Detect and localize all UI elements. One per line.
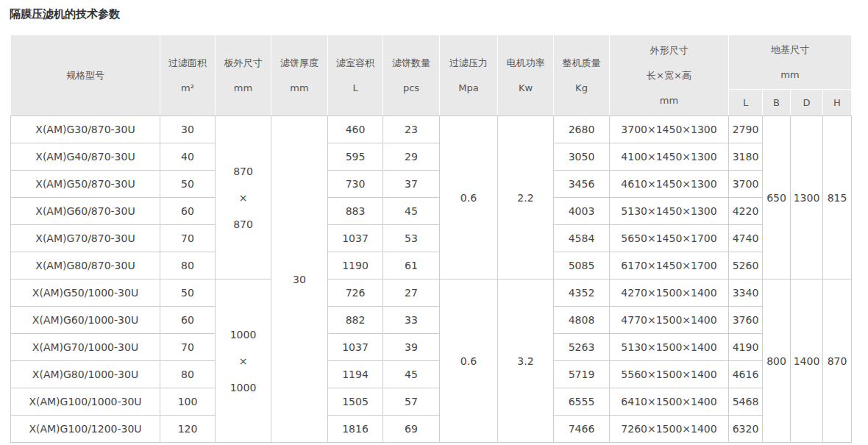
- volume-cell: 595: [328, 143, 383, 171]
- cake-count-cell: 53: [383, 225, 440, 252]
- foundation-h-cell: 815: [823, 116, 852, 280]
- col-header-chamber-volume: 滤室容积 L: [328, 35, 383, 116]
- area-cell: 50: [160, 171, 216, 198]
- cake-count-cell: 29: [383, 143, 440, 171]
- weight-cell: 2680: [554, 116, 610, 143]
- table-row: X(AM)G60/1000-30U 60 882 33 4808 4770×15…: [11, 307, 852, 334]
- col-header-foundation: 地基尺寸 mm: [729, 35, 852, 90]
- table-row: X(AM)G80/1000-30U 80 1194 45 5719 5560×1…: [11, 361, 852, 388]
- area-cell: 70: [160, 225, 216, 252]
- table-row: X(AM)G80/870-30U 80 1190 61 5085 6170×14…: [11, 252, 852, 280]
- cake-count-cell: 37: [383, 171, 440, 198]
- cake-count-cell: 45: [383, 198, 440, 225]
- weight-cell: 5085: [554, 252, 610, 280]
- size-cell: 5130×1500×1400: [610, 334, 729, 361]
- model-cell: X(AM)G80/1000-30U: [11, 361, 160, 388]
- table-row: X(AM)G50/1000-30U 50 1000 × 1000 726 27 …: [11, 280, 852, 307]
- size-cell: 4770×1500×1400: [610, 307, 729, 334]
- area-cell: 60: [160, 307, 216, 334]
- col-header-filter-area: 过滤面积 m²: [160, 35, 216, 116]
- col-header-machine-weight: 整机质量 Kg: [554, 35, 610, 116]
- model-cell: X(AM)G80/870-30U: [11, 252, 160, 280]
- pressure-cell: 0.6: [440, 280, 498, 443]
- size-cell: 5650×1450×1700: [610, 225, 729, 252]
- table-row: X(AM)G50/870-30U 50 730 37 3456 4610×145…: [11, 171, 852, 198]
- volume-cell: 883: [328, 198, 383, 225]
- size-cell: 6170×1450×1700: [610, 252, 729, 280]
- spec-table: 规格型号 过滤面积 m² 板外尺寸 mm 滤饼厚度 mm 滤室容积 L 滤饼数量…: [10, 35, 852, 443]
- model-cell: X(AM)G60/870-30U: [11, 198, 160, 225]
- area-cell: 50: [160, 280, 216, 307]
- model-cell: X(AM)G30/870-30U: [11, 116, 160, 143]
- foundation-d-cell: 1400: [791, 280, 823, 443]
- size-cell: 4610×1450×1300: [610, 171, 729, 198]
- weight-cell: 3050: [554, 143, 610, 171]
- cake-count-cell: 23: [383, 116, 440, 143]
- power-cell: 3.2: [498, 280, 554, 443]
- table-row: X(AM)G70/1000-30U 70 1037 39 5263 5130×1…: [11, 334, 852, 361]
- foundation-l-cell: 3340: [729, 280, 763, 307]
- foundation-l-cell: 3700: [729, 171, 763, 198]
- table-row: X(AM)G30/870-30U 30 870 × 870 30 460 23 …: [11, 116, 852, 143]
- size-cell: 4100×1450×1300: [610, 143, 729, 171]
- volume-cell: 1194: [328, 361, 383, 388]
- model-cell: X(AM)G40/870-30U: [11, 143, 160, 171]
- area-cell: 100: [160, 388, 216, 416]
- foundation-h-cell: 870: [823, 280, 852, 443]
- cake-count-cell: 39: [383, 334, 440, 361]
- plate-size-cell: 870 × 870: [216, 116, 271, 280]
- col-header-foundation-l: L: [729, 90, 763, 116]
- weight-cell: 4584: [554, 225, 610, 252]
- cake-count-cell: 45: [383, 361, 440, 388]
- area-cell: 70: [160, 334, 216, 361]
- foundation-l-cell: 2790: [729, 116, 763, 143]
- foundation-l-cell: 3180: [729, 143, 763, 171]
- model-cell: X(AM)G60/1000-30U: [11, 307, 160, 334]
- weight-cell: 3456: [554, 171, 610, 198]
- volume-cell: 726: [328, 280, 383, 307]
- volume-cell: 460: [328, 116, 383, 143]
- weight-cell: 4808: [554, 307, 610, 334]
- col-header-foundation-h: H: [823, 90, 852, 116]
- page: 隔膜压滤机的技术参数 规格型号 过滤面积 m² 板外尺寸 mm 滤饼厚度 mm …: [0, 0, 868, 445]
- power-cell: 2.2: [498, 116, 554, 280]
- pressure-cell: 0.6: [440, 116, 498, 280]
- cake-count-cell: 33: [383, 307, 440, 334]
- foundation-l-cell: 4740: [729, 225, 763, 252]
- volume-cell: 1190: [328, 252, 383, 280]
- col-header-foundation-d: D: [791, 90, 823, 116]
- cake-count-cell: 61: [383, 252, 440, 280]
- size-cell: 3700×1450×1300: [610, 116, 729, 143]
- area-cell: 80: [160, 361, 216, 388]
- weight-cell: 6555: [554, 388, 610, 416]
- size-cell: 4270×1500×1400: [610, 280, 729, 307]
- model-cell: X(AM)G50/1000-30U: [11, 280, 160, 307]
- table-row: X(AM)G40/870-30U 40 595 29 3050 4100×145…: [11, 143, 852, 171]
- col-header-cake-count: 滤饼数量 pcs: [383, 35, 440, 116]
- area-cell: 60: [160, 198, 216, 225]
- area-cell: 80: [160, 252, 216, 280]
- plate-size-cell: 1000 × 1000: [216, 280, 271, 443]
- size-cell: 7260×1500×1400: [610, 416, 729, 443]
- area-cell: 30: [160, 116, 216, 143]
- volume-cell: 1037: [328, 225, 383, 252]
- foundation-l-cell: 4220: [729, 198, 763, 225]
- weight-cell: 4003: [554, 198, 610, 225]
- model-cell: X(AM)G70/870-30U: [11, 225, 160, 252]
- volume-cell: 1505: [328, 388, 383, 416]
- size-cell: 5560×1500×1400: [610, 361, 729, 388]
- weight-cell: 5719: [554, 361, 610, 388]
- foundation-d-cell: 1300: [791, 116, 823, 280]
- col-header-foundation-b: B: [763, 90, 791, 116]
- table-row: X(AM)G70/870-30U 70 1037 53 4584 5650×14…: [11, 225, 852, 252]
- col-header-motor-power: 电机功率 Kw: [498, 35, 554, 116]
- cake-count-cell: 69: [383, 416, 440, 443]
- foundation-l-cell: 4616: [729, 361, 763, 388]
- volume-cell: 1816: [328, 416, 383, 443]
- weight-cell: 7466: [554, 416, 610, 443]
- foundation-l-cell: 3760: [729, 307, 763, 334]
- cake-thickness-cell: 30: [271, 116, 328, 443]
- area-cell: 40: [160, 143, 216, 171]
- col-header-cake-thickness: 滤饼厚度 mm: [271, 35, 328, 116]
- col-header-model: 规格型号: [11, 35, 160, 116]
